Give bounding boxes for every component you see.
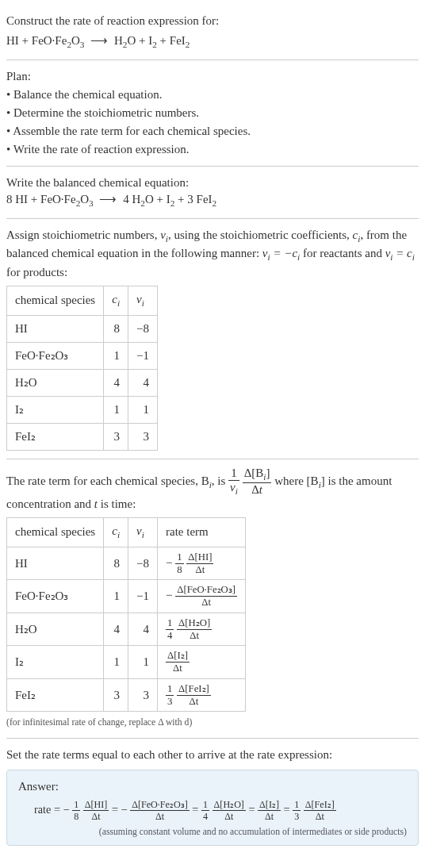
set-equal-text: Set the rate terms equal to each other t… [6, 747, 419, 763]
cell-nu: −1 [128, 342, 158, 369]
cell-species: FeI₂ [7, 678, 104, 712]
sub: 2 [186, 40, 190, 49]
delta-fraction: Δ[H₂O]Δt [177, 618, 212, 641]
plan-item: • Write the rate of reaction expression. [6, 141, 419, 158]
delta-fraction: Δ[I₂]Δt [166, 651, 190, 674]
plan-item: • Assemble the rate term for each chemic… [6, 123, 419, 140]
col-rate-term: rate term [157, 518, 245, 547]
col-species: chemical species [7, 518, 104, 547]
table-header-row: chemical species ci νi [7, 286, 158, 316]
rate-term-table: chemical species ci νi rate term HI 8 −8… [6, 517, 246, 712]
cell-species: H₂O [7, 369, 104, 396]
table-row: FeI₂ 3 3 13 Δ[FeI₂]Δt [7, 678, 246, 712]
col-nu: νi [128, 286, 158, 316]
cell-nu: −8 [128, 547, 158, 580]
delta-fraction: Δ[FeO·Fe₂O₃]Δt [130, 800, 190, 821]
cell-species: I₂ [7, 396, 104, 423]
text: The rate term for each chemical species,… [6, 474, 209, 486]
unbalanced-equation: HI + FeO·Fe2O3 ⟶ H2O + I2 + FeI2 [6, 33, 419, 52]
plan-title: Plan: [6, 68, 419, 85]
sub: 2 [212, 198, 217, 208]
answer-title: Answer: [18, 778, 407, 795]
delta-b-fraction: Δ[Bi]Δt [243, 467, 272, 496]
delta-fraction: Δ[HI]Δt [186, 552, 213, 575]
delta-fraction: Δ[HI]Δt [83, 800, 109, 821]
sub: 3 [89, 198, 94, 208]
plan-item: • Balance the chemical equation. [6, 86, 419, 103]
coef-fraction: 13 [166, 684, 174, 707]
cell-species: H₂O [7, 613, 104, 646]
cell-species: FeI₂ [7, 423, 104, 450]
coef-fraction: 13 [293, 800, 301, 821]
mid: O [71, 34, 80, 47]
cell-c: 3 [104, 423, 128, 450]
cell-nu: 4 [128, 369, 158, 396]
cell-nu: 1 [128, 396, 158, 423]
cell-rate-term: 14 Δ[H₂O]Δt [157, 613, 245, 646]
cell-species: HI [7, 315, 104, 342]
equals: = [284, 803, 293, 816]
mid: O [80, 193, 89, 205]
sign: − [166, 555, 172, 568]
plan-section: Plan: • Balance the chemical equation. •… [6, 68, 419, 158]
coef-fraction: 14 [166, 618, 174, 641]
delta-fraction: Δ[I₂]Δt [258, 800, 281, 821]
coef-fraction: 18 [72, 800, 80, 821]
cell-species: FeO·Fe₂O₃ [7, 580, 104, 613]
coef-fraction: 14 [201, 800, 209, 821]
divider [6, 738, 419, 739]
relation-reactant: νi = −ci [262, 247, 300, 259]
rate-label: rate = [34, 803, 63, 816]
cell-species: HI [7, 547, 104, 580]
balanced-title: Write the balanced chemical equation: [6, 175, 419, 191]
cell-rate-term: − 18 Δ[HI]Δt [157, 547, 245, 580]
nu-i: νi [160, 229, 168, 241]
equals: = [112, 803, 121, 816]
cell-c: 3 [104, 678, 128, 712]
cell-c: 1 [104, 342, 128, 369]
unbalanced-right-b: O + I [127, 34, 152, 47]
balanced-left: 8 HI + FeO·Fe [6, 193, 76, 205]
divider [6, 218, 419, 219]
text: , using the stoichiometric coefficients, [168, 229, 353, 241]
plan-item: • Determine the stoichiometric numbers. [6, 105, 419, 121]
cell-c: 8 [104, 315, 128, 342]
unbalanced-right-a: H [114, 34, 123, 47]
cell-rate-term: Δ[I₂]Δt [157, 646, 245, 679]
table-row: HI 8 −8 [7, 315, 158, 342]
text: for reactants and [300, 247, 385, 259]
table-row: I₂ 1 1 Δ[I₂]Δt [7, 646, 246, 679]
answer-note: (assuming constant volume and no accumul… [18, 826, 407, 839]
balanced-right-b: O + I [145, 193, 170, 205]
cell-species: FeO·Fe₂O₃ [7, 342, 104, 369]
stoich-table: chemical species ci νi HI 8 −8 FeO·Fe₂O₃… [6, 286, 158, 451]
sign: − [63, 803, 70, 816]
balanced-right-a: 4 H [123, 193, 140, 205]
cell-nu: 1 [128, 646, 158, 679]
unbalanced-left: HI + FeO·Fe [6, 34, 67, 47]
delta-fraction: Δ[FeO·Fe₂O₃]Δt [175, 585, 237, 608]
text: where [B [274, 474, 318, 486]
answer-box: Answer: rate = − 18 Δ[HI]Δt = − Δ[FeO·Fe… [6, 770, 419, 847]
delta-fraction: Δ[H₂O]Δt [212, 800, 246, 821]
table-row: HI 8 −8 − 18 Δ[HI]Δt [7, 547, 246, 580]
rate-expression: rate = − 18 Δ[HI]Δt = − Δ[FeO·Fe₂O₃]Δt =… [34, 800, 407, 821]
divider [6, 459, 419, 459]
table-row: FeO·Fe₂O₃ 1 −1 [7, 342, 158, 369]
text: , is [212, 474, 228, 486]
text: Assign stoichiometric numbers, [6, 229, 160, 241]
sub: 3 [80, 40, 85, 49]
balanced-equation: 8 HI + FeO·Fe2O3 ⟶ 4 H2O + I2 + 3 FeI2 [6, 191, 419, 210]
balanced-right-c: + 3 FeI [174, 193, 212, 205]
cell-nu: 3 [128, 423, 158, 450]
cell-c: 1 [104, 646, 128, 679]
table-row: FeO·Fe₂O₃ 1 −1 − Δ[FeO·Fe₂O₃]Δt [7, 580, 246, 613]
table-row: H₂O 4 4 14 Δ[H₂O]Δt [7, 613, 246, 646]
one-over-nu-fraction: 1νi [228, 467, 239, 496]
sign: − [166, 589, 172, 601]
equals: = [192, 803, 201, 816]
c-i: ci [353, 229, 361, 241]
text: is time: [98, 497, 136, 510]
table-row: FeI₂ 3 3 [7, 423, 158, 450]
rate-term-paragraph: The rate term for each chemical species,… [6, 467, 419, 513]
